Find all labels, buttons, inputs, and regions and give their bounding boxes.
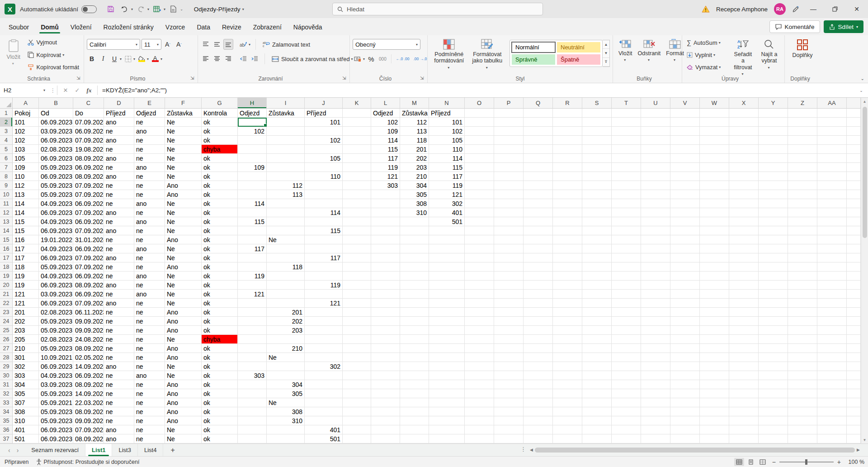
- cell-Q1[interactable]: [524, 109, 553, 118]
- cell-P37[interactable]: [494, 434, 524, 443]
- cell-W12[interactable]: [700, 208, 729, 217]
- cell-V1[interactable]: [670, 109, 700, 118]
- cell-T24[interactable]: [612, 317, 641, 326]
- cell-D28[interactable]: ne: [104, 353, 134, 362]
- cell-D12[interactable]: ano: [104, 208, 134, 217]
- cell-Y22[interactable]: [759, 299, 788, 308]
- cell-F7[interactable]: Ne: [165, 163, 202, 172]
- cell-AA1[interactable]: [817, 109, 847, 118]
- row-header-27[interactable]: 27: [0, 344, 13, 353]
- cell-R37[interactable]: [553, 434, 582, 443]
- cell-R26[interactable]: [553, 335, 582, 344]
- cell-W21[interactable]: [700, 290, 729, 299]
- cell-B6[interactable]: 06.09.2023: [39, 154, 73, 163]
- cell-N19[interactable]: [429, 272, 465, 281]
- cell-H9[interactable]: [238, 181, 267, 190]
- cell-x21[interactable]: [847, 290, 861, 299]
- cell-W35[interactable]: [700, 416, 729, 425]
- cell-Z30[interactable]: [788, 371, 817, 380]
- cell-A9[interactable]: 112: [13, 181, 39, 190]
- cell-N25[interactable]: [429, 326, 465, 335]
- cell-S5[interactable]: [582, 145, 612, 154]
- cell-V23[interactable]: [670, 308, 700, 317]
- cell-Q5[interactable]: [524, 145, 553, 154]
- cell-N32[interactable]: [429, 389, 465, 398]
- cell-D16[interactable]: ne: [104, 244, 134, 253]
- cell-P22[interactable]: [494, 299, 524, 308]
- cell-AA2[interactable]: [817, 118, 847, 127]
- cell-P8[interactable]: [494, 172, 524, 181]
- cell-I34[interactable]: 308: [267, 407, 305, 416]
- cell-S30[interactable]: [582, 371, 612, 380]
- cell-B16[interactable]: 04.09.2023: [39, 244, 73, 253]
- cell-E15[interactable]: ne: [134, 235, 165, 244]
- cell-D1[interactable]: Příjezd: [104, 109, 134, 118]
- cell-G36[interactable]: ok: [202, 425, 238, 434]
- cell-T25[interactable]: [612, 326, 641, 335]
- cell-B13[interactable]: 04.09.2023: [39, 217, 73, 226]
- cell-K22[interactable]: [343, 299, 371, 308]
- cell-F16[interactable]: Ne: [165, 244, 202, 253]
- cell-G18[interactable]: ok: [202, 262, 238, 272]
- cell-H32[interactable]: [238, 389, 267, 398]
- cell-C16[interactable]: 06.09.2023: [73, 244, 104, 253]
- cell-N26[interactable]: [429, 335, 465, 344]
- cell-S31[interactable]: [582, 380, 612, 389]
- cell-J1[interactable]: Příjezd: [305, 109, 343, 118]
- cell-Q7[interactable]: [524, 163, 553, 172]
- cell-R5[interactable]: [553, 145, 582, 154]
- cell-T13[interactable]: [612, 217, 641, 226]
- cell-J4[interactable]: 102: [305, 136, 343, 145]
- cell-C9[interactable]: 07.09.2023: [73, 181, 104, 190]
- cell-Q3[interactable]: [524, 127, 553, 136]
- cell-L4[interactable]: 114: [371, 136, 400, 145]
- cell-Z28[interactable]: [788, 353, 817, 362]
- cell-M25[interactable]: [400, 326, 429, 335]
- cell-X36[interactable]: [729, 425, 759, 434]
- cell-C37[interactable]: 08.09.2023: [73, 434, 104, 443]
- cell-L20[interactable]: [371, 281, 400, 290]
- cell-N23[interactable]: [429, 308, 465, 317]
- cell-V36[interactable]: [670, 425, 700, 434]
- cell-K2[interactable]: [343, 118, 371, 127]
- pen-icon[interactable]: [792, 5, 799, 13]
- cell-F3[interactable]: Ne: [165, 127, 202, 136]
- cell-F4[interactable]: Ne: [165, 136, 202, 145]
- cell-A28[interactable]: 301: [13, 353, 39, 362]
- cell-S13[interactable]: [582, 217, 612, 226]
- cell-E14[interactable]: ne: [134, 226, 165, 235]
- cell-W23[interactable]: [700, 308, 729, 317]
- cell-Y30[interactable]: [759, 371, 788, 380]
- cell-C34[interactable]: 08.09.2023: [73, 407, 104, 416]
- row-header-10[interactable]: 10: [0, 190, 13, 199]
- table-style-chevron[interactable]: ▾: [164, 7, 165, 11]
- cell-R7[interactable]: [553, 163, 582, 172]
- row-header-22[interactable]: 22: [0, 299, 13, 308]
- cell-U5[interactable]: [641, 145, 670, 154]
- cell-N11[interactable]: 302: [429, 199, 465, 208]
- cell-J12[interactable]: 114: [305, 208, 343, 217]
- cell-H14[interactable]: [238, 226, 267, 235]
- column-header-V[interactable]: V: [670, 98, 700, 109]
- cell-N22[interactable]: [429, 299, 465, 308]
- cell-N7[interactable]: 115: [429, 163, 465, 172]
- cell-B17[interactable]: 06.09.2023: [39, 253, 73, 262]
- cell-P5[interactable]: [494, 145, 524, 154]
- cell-B24[interactable]: 05.09.2023: [39, 317, 73, 326]
- cell-M32[interactable]: [400, 389, 429, 398]
- cell-R16[interactable]: [553, 244, 582, 253]
- cell-N12[interactable]: 401: [429, 208, 465, 217]
- cell-E12[interactable]: ne: [134, 208, 165, 217]
- cell-G8[interactable]: ok: [202, 172, 238, 181]
- sheet-tab-seznam-rezervací[interactable]: Seznam rezervací: [25, 444, 85, 456]
- cell-K13[interactable]: [343, 217, 371, 226]
- cell-G25[interactable]: ok: [202, 326, 238, 335]
- column-header-Q[interactable]: Q: [524, 98, 553, 109]
- cell-S4[interactable]: [582, 136, 612, 145]
- cell-Y9[interactable]: [759, 181, 788, 190]
- cell-F2[interactable]: Ne: [165, 118, 202, 127]
- cell-R21[interactable]: [553, 290, 582, 299]
- insert-cells-button[interactable]: Vložit ▾: [616, 37, 635, 64]
- cell-I32[interactable]: 305: [267, 389, 305, 398]
- cell-Z12[interactable]: [788, 208, 817, 217]
